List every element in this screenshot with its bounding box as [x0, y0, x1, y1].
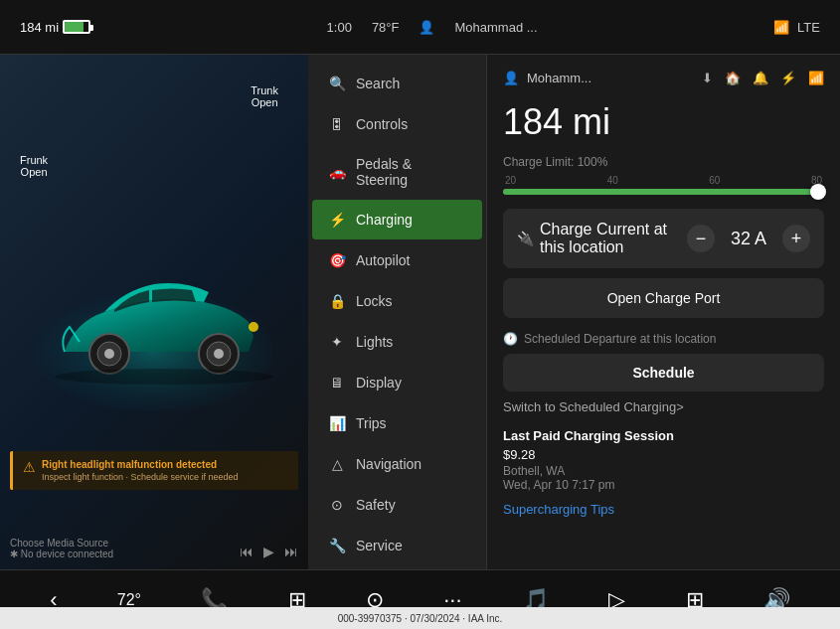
status-right: 📶 LTE — [773, 20, 820, 35]
schedule-button[interactable]: Schedule — [503, 354, 824, 392]
menu-controls-label: Controls — [356, 116, 408, 132]
status-left: 184 mi — [20, 20, 90, 35]
menu-trips-label: Trips — [356, 415, 387, 431]
prev-track-icon[interactable]: ⏮ — [240, 544, 253, 559]
media-controls: ⏮ ▶ ⏭ — [240, 544, 298, 559]
menu-search-label: Search — [356, 76, 400, 91]
menu-item-charging[interactable]: ⚡ Charging — [312, 200, 482, 239]
svg-point-3 — [104, 349, 114, 359]
lights-icon: ✦ — [328, 333, 346, 351]
trunk-label: Trunk Open — [251, 84, 278, 108]
pedals-icon: 🚗 — [328, 163, 346, 181]
svg-point-8 — [249, 322, 258, 332]
menu-autopilot-label: Autopilot — [356, 252, 410, 268]
increase-charge-button[interactable]: + — [782, 225, 810, 252]
caption-bar: 000-39970375 · 07/30/2024 · IAA Inc. — [0, 607, 840, 629]
svg-point-6 — [214, 349, 224, 359]
menu-item-safety[interactable]: ⊙ Safety — [312, 485, 482, 525]
status-temp: 78°F — [372, 20, 400, 35]
clock-icon: 🕐 — [503, 332, 518, 346]
media-source-label: Choose Media Source — [10, 538, 113, 549]
bell-icon: 🔔 — [753, 71, 768, 85]
scheduled-departure-title: 🕐 Scheduled Departure at this location — [503, 332, 824, 346]
search-icon: 🔍 — [328, 75, 346, 92]
menu-item-locks[interactable]: 🔒 Locks — [312, 281, 482, 321]
svg-point-7 — [55, 369, 273, 385]
menu-item-navigation[interactable]: △ Navigation — [312, 444, 482, 484]
safety-icon: ⊙ — [328, 496, 346, 514]
menu-locks-label: Locks — [356, 293, 393, 309]
signal-icon: 📶 — [808, 71, 824, 85]
warning-banner: ⚠ Right headlight malfunction detected I… — [10, 451, 298, 490]
charge-scale: 20 40 60 80 — [503, 175, 824, 186]
menu-navigation-label: Navigation — [356, 456, 421, 472]
menu-charging-label: Charging — [356, 212, 413, 228]
play-icon[interactable]: ▶ — [263, 544, 274, 559]
battery-fill — [65, 22, 84, 32]
battery-icon — [63, 20, 90, 34]
switch-to-scheduled-charging-link[interactable]: Switch to Scheduled Charging — [503, 399, 824, 414]
trips-icon: 📊 — [328, 414, 346, 432]
last-paid-location: Bothell, WA — [503, 464, 824, 478]
status-user: Mohammad ... — [454, 20, 537, 35]
charge-track[interactable] — [503, 189, 824, 195]
car-panel: Trunk Open Frunk Open ⚠ Right headlight … — [0, 55, 308, 569]
car-image-area: Trunk Open Frunk Open ⚠ Right headlight … — [0, 55, 308, 569]
last-paid-date: Wed, Apr 10 7:17 pm — [503, 478, 824, 492]
user-avatar-icon: 👤 — [503, 71, 519, 85]
frunk-label: Frunk Open — [20, 154, 48, 178]
warning-subtitle: Inspect light function · Schedule servic… — [42, 472, 239, 482]
media-no-device: ✱ No device connected — [10, 549, 113, 559]
menu-item-search[interactable]: 🔍 Search — [312, 64, 482, 103]
status-time: 1:00 — [327, 20, 352, 35]
menu-item-pedals[interactable]: 🚗 Pedals & Steering — [312, 145, 482, 199]
menu-item-display[interactable]: 🖥 Display — [312, 363, 482, 402]
charge-limit-label: Charge Limit: 100% — [503, 155, 824, 169]
menu-item-autopilot[interactable]: 🎯 Autopilot — [312, 240, 482, 280]
status-center: 1:00 78°F 👤 Mohammad ... — [90, 20, 773, 35]
charge-current-value: 32 A — [731, 229, 766, 249]
menu-item-lights[interactable]: ✦ Lights — [312, 322, 482, 362]
decrease-charge-button[interactable]: − — [687, 225, 715, 252]
content-header: 👤 Mohamm... ⬇ 🏠 🔔 ⚡ 📶 — [503, 71, 824, 93]
charge-current-sub: this location — [540, 238, 667, 256]
menu-item-trips[interactable]: 📊 Trips — [312, 403, 482, 443]
next-track-icon[interactable]: ⏭ — [284, 544, 298, 559]
last-paid-amount: $9.28 — [503, 447, 824, 462]
header-icons: ⬇ 🏠 🔔 ⚡ 📶 — [702, 71, 824, 85]
last-paid-title: Last Paid Charging Session — [503, 428, 824, 443]
car-svg — [25, 223, 283, 421]
content-panel: 👤 Mohamm... ⬇ 🏠 🔔 ⚡ 📶 184 mi Charge Limi… — [487, 55, 840, 569]
menu-pedals-label: Pedals & Steering — [356, 156, 466, 188]
menu-item-service[interactable]: 🔧 Service — [312, 526, 482, 565]
last-paid-section: Last Paid Charging Session $9.28 Bothell… — [503, 428, 824, 492]
charge-current-control: − 32 A + — [687, 225, 810, 252]
service-icon: 🔧 — [328, 537, 346, 554]
charge-fill — [503, 189, 824, 195]
lte-icon: LTE — [797, 20, 820, 35]
charge-slider-container[interactable]: 20 40 60 80 — [503, 175, 824, 195]
caption-text: 000-39970375 · 07/30/2024 · IAA Inc. — [338, 613, 503, 624]
controls-icon: 🎛 — [328, 115, 346, 133]
charge-thumb[interactable] — [810, 184, 826, 200]
autopilot-icon: 🎯 — [328, 251, 346, 269]
menu-item-controls[interactable]: 🎛 Controls — [312, 104, 482, 144]
warning-title: Right headlight malfunction detected — [42, 459, 239, 470]
menu-display-label: Display — [356, 375, 402, 391]
status-bar: 184 mi 1:00 78°F 👤 Mohammad ... 📶 LTE — [0, 0, 840, 55]
mileage-display: 184 mi — [503, 101, 824, 143]
supercharging-tips-link[interactable]: Supercharging Tips — [503, 502, 824, 517]
download-icon: ⬇ — [702, 71, 713, 85]
charge-current-label: Charge Current at — [540, 221, 667, 238]
temp-value: 72° — [117, 591, 141, 609]
open-charge-port-button[interactable]: Open Charge Port — [503, 278, 824, 318]
bluetooth-icon: ⚡ — [780, 71, 796, 85]
menu-safety-label: Safety — [356, 497, 396, 513]
media-source-area: Choose Media Source ✱ No device connecte… — [10, 538, 113, 559]
battery-indicator: 184 mi — [20, 20, 90, 35]
user-info: 👤 Mohamm... — [503, 71, 591, 85]
battery-mileage: 184 mi — [20, 20, 59, 35]
charge-current-label-area: 🔌 Charge Current at this location — [517, 221, 667, 256]
display-icon: 🖥 — [328, 374, 346, 392]
lock-icon: 🔒 — [328, 292, 346, 310]
